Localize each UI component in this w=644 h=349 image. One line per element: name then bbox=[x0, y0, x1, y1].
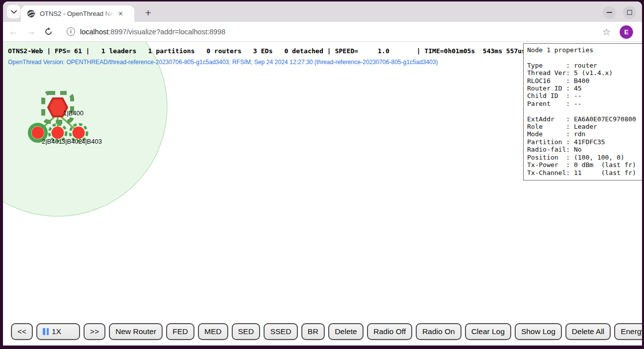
node-properties-text: Node 1 properties Type : router Thread V… bbox=[527, 46, 642, 176]
tab-close-icon[interactable]: × bbox=[116, 9, 125, 18]
pause-speed-button[interactable]: 1X bbox=[36, 323, 80, 340]
forward-button[interactable]: → bbox=[24, 24, 39, 39]
delete-all-button[interactable]: Delete All bbox=[565, 323, 611, 340]
maximize-button[interactable] bbox=[623, 6, 636, 19]
chevron-down-icon bbox=[11, 10, 17, 14]
speed-increase-button[interactable]: >> bbox=[84, 323, 105, 340]
node-properties-panel: Node 1 properties Type : router Thread V… bbox=[523, 43, 642, 180]
node-2-dot[interactable] bbox=[32, 127, 44, 139]
reload-button[interactable] bbox=[41, 24, 56, 39]
tab-search-button[interactable] bbox=[7, 5, 20, 18]
reload-icon bbox=[44, 27, 53, 36]
new-br-button[interactable]: BR bbox=[301, 323, 325, 340]
tab-otns2[interactable]: OTNS2 - OpenThread Ne × bbox=[21, 5, 134, 22]
new-router-button[interactable]: New Router bbox=[109, 323, 163, 340]
node-1-label: 1|B400 bbox=[63, 109, 84, 117]
node-3-dot[interactable] bbox=[52, 127, 64, 139]
profile-avatar[interactable]: E bbox=[620, 25, 633, 39]
otns-canvas: 1|B400 2|B401 3|B402 4|B403 OTNS2-Web | … bbox=[3, 42, 642, 346]
node-4-dot[interactable] bbox=[73, 127, 85, 139]
new-med-button[interactable]: MED bbox=[198, 323, 228, 340]
navbar-right: ☆ E bbox=[602, 22, 642, 42]
simulation-status-bar: OTNS2-Web | FPS= 61 | 1 leaders 1 partit… bbox=[8, 47, 526, 55]
speed-label: 1X bbox=[52, 327, 61, 336]
new-sed-button[interactable]: SED bbox=[232, 323, 261, 340]
url-host: localhost bbox=[80, 28, 108, 36]
pause-icon bbox=[43, 328, 49, 335]
site-info-icon[interactable]: i bbox=[67, 27, 75, 36]
new-fed-button[interactable]: FED bbox=[166, 323, 194, 340]
new-tab-button[interactable]: + bbox=[141, 6, 155, 20]
minimize-button[interactable] bbox=[603, 6, 616, 19]
speed-decrease-button[interactable]: << bbox=[11, 323, 33, 340]
globe-favicon-icon bbox=[27, 9, 35, 18]
minimize-icon bbox=[607, 12, 612, 13]
clear-log-button[interactable]: Clear Log bbox=[465, 323, 511, 340]
node-2-label: 2|B401 bbox=[42, 138, 62, 145]
navigation-bar: ← → i localhost:8997/visualize?addr=loca… bbox=[3, 22, 642, 42]
radio-off-button[interactable]: Radio Off bbox=[367, 323, 412, 340]
openthread-version-line: OpenThread Version: OPENTHREAD/thread-re… bbox=[8, 59, 438, 66]
new-ssed-button[interactable]: SSED bbox=[264, 323, 297, 340]
url-path: :8997/visualize?addr=localhost:8998 bbox=[108, 28, 225, 36]
radio-on-button[interactable]: Radio On bbox=[416, 323, 461, 340]
bookmark-star-icon[interactable]: ☆ bbox=[602, 26, 611, 38]
node-4-label: 4|B403 bbox=[82, 138, 102, 145]
simulation-toolbar: << 1X >> New Router FED MED SED SSED BR … bbox=[11, 323, 642, 340]
node-3-label: 3|B402 bbox=[62, 138, 82, 145]
back-button[interactable]: ← bbox=[6, 24, 21, 39]
url-bar[interactable]: localhost:8997/visualize?addr=localhost:… bbox=[80, 28, 225, 36]
delete-button[interactable]: Delete bbox=[328, 323, 364, 340]
browser-window: OTNS2 - OpenThread Ne × + ← → i localhos… bbox=[3, 1, 642, 346]
energy-stats-button[interactable]: Energy-stats ↗ bbox=[614, 323, 642, 340]
tab-title: OTNS2 - OpenThread Ne bbox=[40, 10, 114, 17]
tab-strip: OTNS2 - OpenThread Ne × + bbox=[3, 1, 642, 22]
show-log-button[interactable]: Show Log bbox=[515, 323, 562, 340]
maximize-icon bbox=[627, 10, 632, 15]
